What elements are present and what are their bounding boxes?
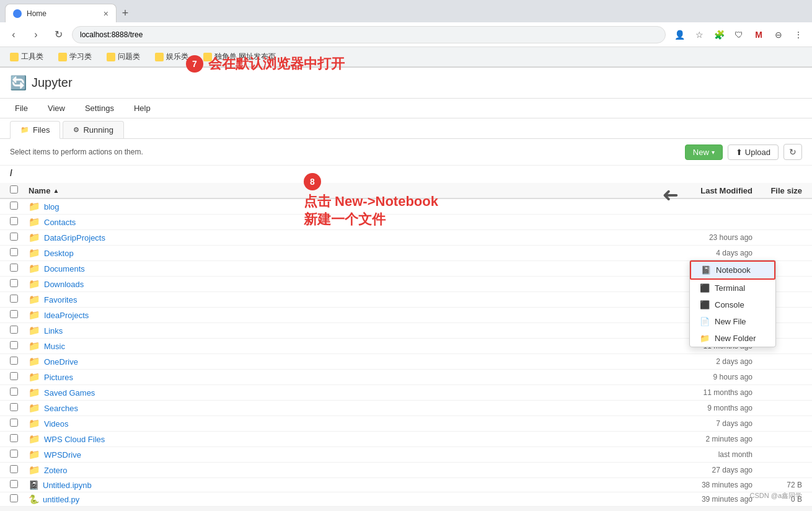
row-checkbox[interactable] [10, 480, 18, 488]
file-link-searches[interactable]: Searches [44, 404, 78, 413]
console-menu-label: Console [715, 300, 744, 309]
header-check[interactable] [10, 185, 29, 195]
bookmark-label: 工具类 [21, 51, 43, 62]
back-button[interactable]: ‹ [5, 26, 22, 43]
row-checkbox[interactable] [10, 279, 18, 287]
folder-icon: 📁 [29, 464, 40, 476]
row-checkbox[interactable] [10, 450, 18, 458]
reload-button[interactable]: ↻ [50, 26, 67, 43]
file-link-py[interactable]: untitled.py [43, 495, 79, 504]
file-toolbar: Select items to perform actions on them.… [0, 139, 812, 166]
bookmark-folder-icon [155, 53, 164, 61]
tab-files[interactable]: 📁 Files [10, 121, 60, 139]
row-checkbox[interactable] [10, 372, 18, 380]
bookmark-item[interactable]: 娱乐类 [150, 50, 193, 63]
upload-button[interactable]: ⬆ Upload [728, 144, 779, 160]
folder-icon: 📁 [29, 309, 40, 321]
row-checkbox[interactable] [10, 295, 18, 303]
folder-icon: 📁 [29, 433, 40, 445]
file-link[interactable]: WPS Cloud Files [44, 435, 105, 444]
browser-tab[interactable]: Home × [5, 4, 117, 22]
file-link[interactable]: Desktop [44, 249, 74, 258]
tab-title: Home [27, 9, 99, 18]
row-checkbox[interactable] [10, 264, 18, 272]
file-tabs: 📁 Files ⚙ Running [0, 118, 812, 139]
row-checkbox[interactable] [10, 326, 18, 334]
row-checkbox[interactable] [10, 494, 18, 502]
file-row: 📁WPS Cloud Files 2 minutes ago [0, 432, 812, 447]
row-checkbox[interactable] [10, 357, 18, 365]
tab-close-button[interactable]: × [104, 9, 108, 19]
file-link[interactable]: WPSDrive [44, 450, 81, 460]
row-checkbox[interactable] [10, 202, 18, 210]
bookmark-folder-icon [58, 53, 67, 61]
file-link[interactable]: Zotero [44, 466, 68, 475]
dropdown-notebook[interactable]: 📓 Notebook [690, 260, 775, 280]
select-all-checkbox[interactable] [10, 185, 18, 193]
file-link[interactable]: Downloads [44, 280, 84, 289]
shield-icon[interactable]: 🛡 [730, 26, 748, 43]
file-link[interactable]: OneDrive [44, 357, 78, 367]
file-link-ipynb[interactable]: Untitled.ipynb [43, 481, 92, 490]
profile-icon[interactable]: 👤 [671, 26, 688, 43]
menu-file[interactable]: File [10, 101, 33, 115]
dropdown-console[interactable]: ⬛ Console [690, 296, 775, 313]
file-link[interactable]: Pictures [44, 373, 73, 382]
file-row-searches: 📁Searches 9 months ago [0, 401, 812, 416]
bookmark-item[interactable]: 问题类 [102, 50, 145, 63]
bookmark-item[interactable]: 工具类 [5, 50, 48, 63]
dropdown-new-folder[interactable]: 📁 New Folder [690, 330, 775, 347]
row-checkbox[interactable] [10, 233, 18, 241]
vpn-icon[interactable]: M [750, 26, 767, 43]
file-modified: last month [629, 450, 752, 459]
newfile-menu-icon: 📄 [700, 317, 710, 326]
menu-help[interactable]: Help [129, 101, 156, 115]
row-checkbox[interactable] [10, 388, 18, 396]
address-input[interactable] [72, 26, 666, 43]
new-button[interactable]: New ▾ [685, 144, 723, 160]
file-modified: 7 days ago [629, 419, 752, 428]
breadcrumb: / [0, 166, 812, 183]
row-checkbox[interactable] [10, 341, 18, 349]
new-tab-button[interactable]: + [117, 4, 134, 22]
running-tab-label: Running [83, 125, 113, 135]
dropdown-terminal[interactable]: ⬛ Terminal [690, 280, 775, 296]
row-checkbox[interactable] [10, 248, 18, 256]
bookmark-item[interactable]: 学习类 [53, 50, 97, 63]
row-checkbox[interactable] [10, 434, 18, 442]
star-icon[interactable]: ☆ [691, 26, 708, 43]
row-checkbox[interactable] [10, 217, 18, 225]
row-checkbox[interactable] [10, 310, 18, 318]
file-link[interactable]: DataGripProjects [44, 233, 105, 242]
file-link[interactable]: IdeaProjects [44, 311, 89, 320]
row-checkbox[interactable] [10, 465, 18, 473]
file-link[interactable]: Saved Games [44, 388, 95, 398]
sync-icon[interactable]: ⊖ [770, 26, 787, 43]
bookmark-label: 娱乐类 [166, 51, 188, 62]
forward-button[interactable]: › [27, 26, 45, 43]
extensions-icon[interactable]: 🧩 [710, 26, 728, 43]
menu-settings[interactable]: Settings [80, 101, 119, 115]
row-checkbox[interactable] [10, 403, 18, 411]
row-checkbox[interactable] [10, 419, 18, 427]
file-link[interactable]: Favorites [44, 295, 77, 304]
dropdown-new-file[interactable]: 📄 New File [690, 313, 775, 330]
menu-view[interactable]: View [43, 101, 70, 115]
file-link[interactable]: Music [44, 342, 65, 351]
tab-running[interactable]: ⚙ Running [63, 121, 123, 138]
refresh-button[interactable]: ↻ [783, 144, 802, 160]
bookmark-item[interactable]: 独角兽 网址发布页 [198, 50, 281, 63]
jupyter-header: 🔄 Jupyter [0, 68, 812, 99]
upload-icon: ⬆ [736, 148, 743, 157]
file-row-py: 🐍 untitled.py 39 minutes ago 0 B [0, 492, 812, 507]
file-row: 📁WPSDrive last month [0, 447, 812, 463]
running-tab-icon: ⚙ [73, 126, 79, 134]
folder-icon: 📁 [29, 247, 40, 259]
jupyter-logo-icon: 🔄 [10, 75, 27, 91]
file-link[interactable]: Contacts [44, 218, 76, 227]
menu-icon[interactable]: ⋮ [790, 26, 807, 43]
file-link[interactable]: Videos [44, 419, 69, 429]
file-link[interactable]: blog [44, 202, 60, 211]
file-link[interactable]: Documents [44, 264, 85, 273]
file-link[interactable]: Links [44, 326, 63, 335]
